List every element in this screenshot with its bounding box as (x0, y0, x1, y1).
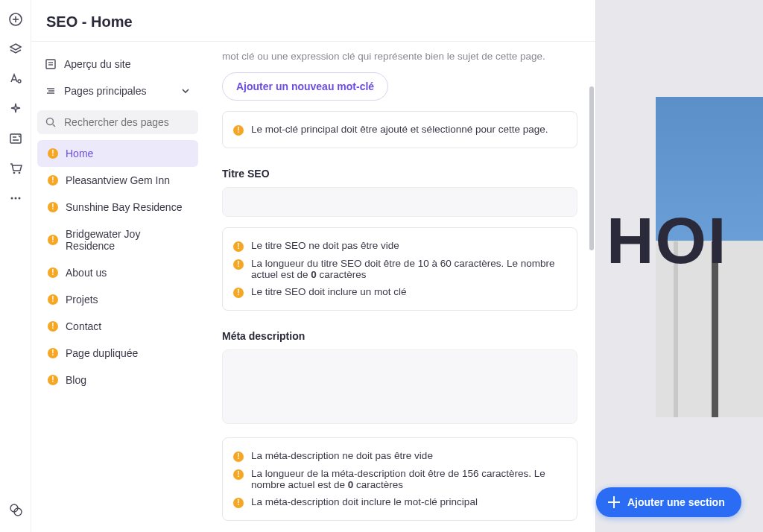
warning-text: Le titre SEO doit inclure un mot clé (251, 286, 407, 297)
page-label: Contact (66, 320, 101, 332)
warning-icon (233, 259, 244, 270)
page-title: SEO - Home (46, 13, 580, 31)
site-preview: HOI (596, 0, 763, 532)
svg-point-12 (18, 197, 20, 200)
warning-text: La méta-description doit inclure le mot-… (251, 496, 478, 507)
scrollbar[interactable] (589, 86, 594, 250)
warning-icon (48, 321, 58, 332)
warning-text: Le titre SEO ne doit pas être vide (251, 240, 399, 251)
sparkle-icon[interactable] (8, 101, 23, 116)
warning-text: Le mot-clé principal doit être ajouté et… (251, 124, 548, 135)
page-item[interactable]: About us (37, 259, 198, 286)
svg-rect-15 (46, 60, 55, 69)
warning-icon (233, 452, 244, 462)
warning-icon (233, 288, 244, 298)
layers-icon[interactable] (8, 42, 23, 57)
cart-icon[interactable] (8, 161, 23, 176)
svg-point-10 (10, 197, 13, 200)
warning-icon (48, 148, 58, 159)
page-item[interactable]: Page dupliquée (37, 340, 198, 367)
page-label: Pleasantview Gem Inn (66, 174, 170, 186)
warning-icon (48, 175, 58, 186)
page-label: Sunshine Bay Residence (66, 201, 182, 213)
search-input[interactable] (64, 116, 191, 128)
page-item[interactable]: Bridgewater Joy Residence (37, 221, 198, 259)
page-item-home[interactable]: Home (37, 140, 198, 167)
text-style-icon[interactable] (8, 72, 23, 86)
preview-heading: HOI (607, 203, 727, 279)
chevron-down-icon (180, 86, 191, 96)
seo-panel: SEO - Home Aperçu du site Pages principa… (31, 0, 596, 532)
svg-line-22 (53, 124, 55, 127)
intro-text: mot clé ou une expression clé qui représ… (222, 51, 577, 62)
meta-description-input[interactable] (222, 349, 577, 424)
page-item[interactable]: Projets (37, 286, 198, 313)
search-icon (45, 116, 57, 128)
meta-warnings: La méta-description ne doit pas être vid… (222, 437, 577, 521)
add-section-button[interactable]: Ajouter une section (596, 487, 741, 517)
plus-icon (608, 496, 620, 508)
seo-title-input[interactable] (222, 187, 577, 217)
page-item[interactable]: Contact (37, 313, 198, 340)
svg-point-4 (18, 80, 21, 83)
site-overview-label: Aperçu du site (64, 58, 191, 70)
pages-sidebar: Aperçu du site Pages principales (31, 42, 204, 532)
page-item[interactable]: Pleasantview Gem Inn (37, 167, 198, 194)
add-keyword-button[interactable]: Ajouter un nouveau mot-clé (222, 72, 388, 101)
warning-icon (48, 235, 58, 245)
main-pages-label: Pages principales (64, 85, 147, 97)
warning-icon (48, 375, 58, 385)
seo-title-label: Titre SEO (222, 168, 577, 180)
warning-icon (233, 125, 244, 136)
add-icon[interactable] (8, 12, 23, 27)
meta-description-label: Méta description (222, 330, 577, 342)
form-icon[interactable] (8, 131, 23, 146)
page-item[interactable]: Sunshine Bay Residence (37, 194, 198, 221)
svg-point-8 (13, 172, 15, 174)
warning-icon (233, 241, 244, 252)
seo-title-warnings: Le titre SEO ne doit pas être vide La lo… (222, 227, 577, 311)
warning-icon (48, 348, 58, 358)
warning-icon (233, 469, 244, 480)
warning-text: La méta-description ne doit pas être vid… (251, 450, 433, 461)
warning-icon (233, 498, 244, 508)
seo-content: mot clé ou une expression clé qui représ… (204, 42, 595, 532)
list-icon (45, 85, 57, 97)
keyword-warning-box: Le mot-clé principal doit être ajouté et… (222, 111, 577, 148)
help-icon[interactable] (8, 502, 23, 517)
warning-icon (48, 267, 58, 278)
svg-point-21 (47, 118, 54, 125)
page-label: Projets (66, 294, 98, 305)
site-overview-link[interactable]: Aperçu du site (37, 51, 198, 77)
page-item[interactable]: Blog (37, 367, 198, 393)
more-icon[interactable] (8, 191, 23, 206)
search-pages[interactable] (37, 110, 198, 134)
document-icon (45, 58, 57, 70)
page-label: Bridgewater Joy Residence (66, 228, 191, 252)
svg-point-11 (14, 197, 16, 200)
main-pages-toggle[interactable]: Pages principales (37, 77, 198, 104)
warning-text: La longueur de la méta-description doit … (251, 468, 566, 490)
page-label: Home (66, 148, 93, 159)
panel-header: SEO - Home (31, 0, 595, 41)
add-section-label: Ajouter une section (627, 496, 725, 508)
warning-icon (48, 294, 58, 305)
warning-text: La longueur du titre SEO doit être de 10… (251, 258, 566, 280)
page-label: Blog (66, 374, 86, 386)
tool-rail (0, 0, 31, 532)
svg-point-9 (18, 172, 20, 174)
warning-icon (48, 202, 58, 212)
svg-rect-5 (10, 134, 21, 143)
svg-marker-3 (10, 44, 21, 50)
page-label: Page dupliquée (66, 347, 138, 359)
page-label: About us (66, 267, 107, 279)
